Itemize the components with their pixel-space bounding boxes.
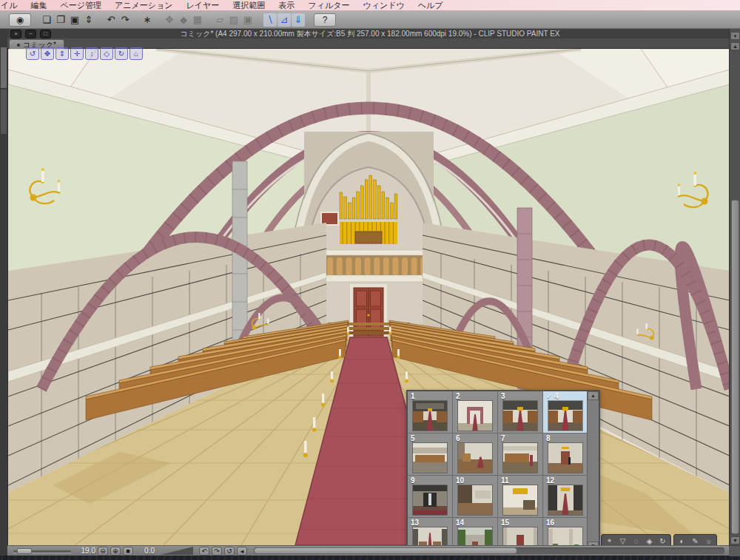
panel-menu-icon[interactable]: ▾: [730, 32, 740, 40]
camera-preset-9[interactable]: 9: [408, 476, 452, 517]
undo-icon[interactable]: ↶: [104, 13, 118, 27]
clear-icon[interactable]: ∗: [141, 13, 154, 27]
preset-thumbnail: [548, 401, 582, 431]
scroll-up-icon[interactable]: ▲: [588, 391, 599, 400]
horizontal-scrollbar[interactable]: [254, 547, 724, 554]
zoom-out-button[interactable]: ⊖: [98, 547, 108, 556]
preset-number: 9: [411, 476, 415, 485]
menu-item-0[interactable]: イル: [0, 0, 24, 11]
snap-ruler-icon[interactable]: ∖: [263, 13, 277, 27]
preset-scrollbar[interactable]: ▲ ▼: [587, 391, 599, 550]
rotation-slider[interactable]: [161, 547, 193, 555]
window-buttons: × − □: [10, 30, 51, 38]
camera-preset-8[interactable]: 8: [543, 434, 587, 475]
3d-scene-canvas[interactable]: [8, 49, 729, 545]
zoom-in-button[interactable]: ⊕: [110, 547, 121, 556]
camera-preset-10[interactable]: 10: [453, 476, 497, 517]
preset-number: 7: [501, 434, 505, 442]
preset-thumbnail: [548, 443, 582, 473]
rotate-right-button[interactable]: ↷: [212, 547, 222, 556]
fit-to-screen-button[interactable]: ■: [123, 547, 133, 556]
select-area-icon: ▱: [213, 13, 226, 27]
camera-pan-icon[interactable]: ✥: [41, 47, 54, 60]
object-rotate-icon[interactable]: ◇: [100, 47, 113, 60]
object-roll-icon[interactable]: ↻: [115, 47, 128, 60]
menu-item-2[interactable]: ページ管理: [54, 0, 109, 11]
rotation-value: 0.0: [135, 547, 155, 555]
camera-preset-6[interactable]: 6: [453, 434, 497, 475]
camera-preset-12[interactable]: 12: [543, 476, 587, 517]
horizontal-scrollbar-thumb[interactable]: [254, 547, 517, 554]
preset-number: 12: [546, 476, 554, 485]
open-file-icon[interactable]: ❐: [54, 13, 67, 27]
new-file-icon[interactable]: ❏: [40, 13, 53, 27]
scroll-up-icon[interactable]: ▲: [730, 42, 740, 50]
snap-special-ruler-icon[interactable]: ⊿: [278, 13, 291, 27]
preset-grid: 123✓ 45678910111213141516: [408, 391, 587, 550]
camera-preset-3[interactable]: 3: [498, 391, 542, 433]
canvas-viewport[interactable]: [7, 49, 729, 545]
camera-preset-1[interactable]: 1: [408, 391, 452, 433]
preset-number: 5: [411, 434, 415, 442]
minimize-button[interactable]: −: [25, 30, 36, 38]
camera-preset-5[interactable]: 5: [408, 434, 452, 475]
menu-item-5[interactable]: 選択範囲: [226, 0, 272, 11]
camera-range-icon[interactable]: ◌: [630, 536, 642, 546]
scroll-down-icon[interactable]: ▼: [730, 536, 740, 544]
edit-pose-icon[interactable]: ✎: [690, 536, 701, 546]
menu-item-6[interactable]: 表示: [272, 0, 301, 11]
preset-thumbnail: [503, 443, 537, 473]
save-options-icon[interactable]: ⇕: [82, 13, 95, 27]
menu-item-4[interactable]: レイヤー: [180, 0, 226, 11]
preset-number: 13: [411, 519, 419, 527]
preset-number: 6: [456, 434, 460, 442]
rotate-left-button[interactable]: ↶: [199, 547, 209, 556]
menu-item-9[interactable]: ヘルプ: [411, 0, 450, 11]
rotate-object-icon[interactable]: ↻: [657, 536, 668, 546]
menu-item-8[interactable]: ウィンドウ: [356, 0, 411, 11]
unsaved-dot-icon: [17, 44, 20, 47]
object-ground-icon[interactable]: ⌂: [130, 47, 143, 60]
camera-preset-11[interactable]: 11: [498, 476, 542, 517]
zoom-slider-handle[interactable]: [17, 548, 32, 554]
preset-thumbnail: [503, 485, 537, 515]
preset-thumbnail: [413, 485, 447, 515]
scroll-left-icon[interactable]: ◂: [237, 547, 247, 556]
camera-orbit-icon[interactable]: ↺: [26, 47, 39, 60]
vertical-scrollbar-thumb[interactable]: [731, 200, 739, 534]
light-source-icon[interactable]: ☼: [703, 536, 714, 546]
zoom-slider[interactable]: [13, 548, 71, 554]
save-icon[interactable]: ▣: [68, 13, 81, 27]
preset-number: 2: [456, 392, 460, 400]
preset-number: ✓ 4: [546, 392, 559, 400]
object-list-icon[interactable]: ◈: [644, 536, 655, 546]
close-button[interactable]: ×: [10, 30, 21, 38]
preset-number: 14: [456, 519, 464, 527]
spotlight-icon[interactable]: ▽: [617, 536, 628, 546]
object-select-icon[interactable]: ⌖: [604, 536, 615, 546]
wall-plaque: [321, 212, 338, 225]
menu-item-7[interactable]: フィルター: [301, 0, 356, 11]
canvas-status-bar: 19.0 ⊖ ⊕ ■ 0.0 ↶ ↷ ↺ ◂: [7, 545, 729, 556]
vertical-scrollbar[interactable]: ▾ ▲ ▼: [729, 29, 740, 556]
deselect-icon: ▨: [227, 13, 240, 27]
preset-number: 1: [411, 392, 415, 400]
menu-item-1[interactable]: 編集: [24, 0, 54, 11]
menu-item-3[interactable]: アニメーション: [108, 0, 180, 11]
clip-studio-logo[interactable]: ◉: [9, 13, 31, 27]
object-move-icon[interactable]: ✛: [70, 47, 84, 60]
help-icon[interactable]: ?: [314, 13, 336, 27]
snap-grid-icon[interactable]: ⇓: [292, 13, 305, 27]
preset-number: 11: [501, 476, 509, 485]
camera-preset-7[interactable]: 7: [498, 434, 542, 475]
3d-camera-toolbar: ↺✥⇕✛↕◇↻⌂: [26, 47, 143, 60]
camera-preset-4[interactable]: ✓ 4: [543, 391, 587, 433]
camera-preset-2[interactable]: 2: [453, 391, 497, 433]
reset-rotation-button[interactable]: ↺: [224, 547, 235, 556]
preset-thumbnail: [413, 443, 447, 473]
camera-dolly-icon[interactable]: ⇕: [56, 47, 69, 60]
redo-icon[interactable]: ↷: [118, 13, 132, 27]
object-lift-icon[interactable]: ↕: [85, 47, 98, 60]
material-sphere-icon[interactable]: ◐: [676, 536, 687, 546]
maximize-button[interactable]: □: [40, 30, 51, 38]
